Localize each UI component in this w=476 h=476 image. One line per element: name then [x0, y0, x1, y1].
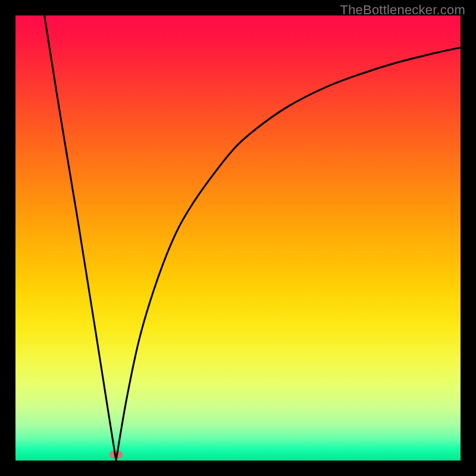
curve-right: [116, 48, 461, 461]
chart-stage: TheBottlenecker.com: [0, 0, 476, 476]
curve-left: [45, 15, 116, 461]
watermark-text: TheBottlenecker.com: [340, 2, 465, 18]
curve-layer: [15, 15, 461, 461]
plot-area: [15, 15, 461, 461]
